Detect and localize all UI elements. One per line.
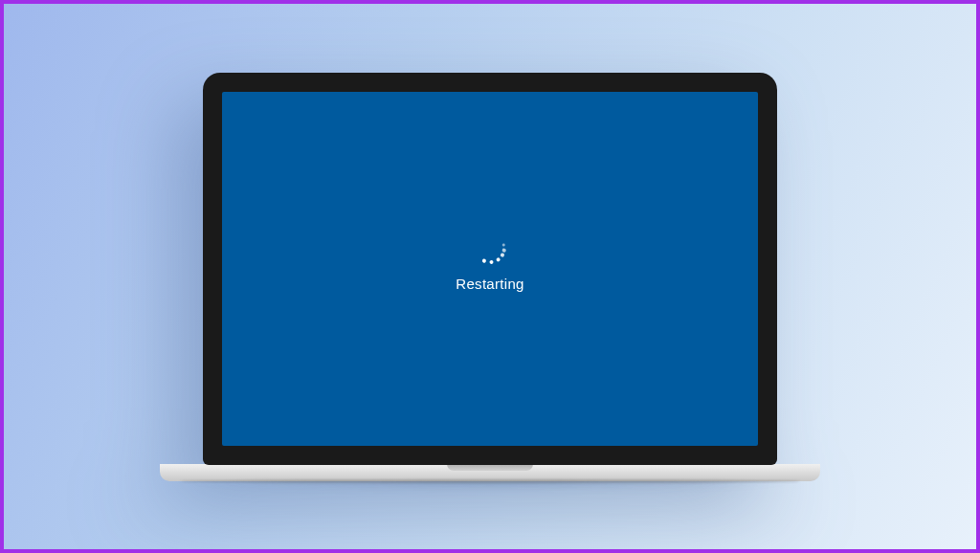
laptop-lid: Restarting xyxy=(203,73,777,465)
loading-spinner-icon xyxy=(474,232,506,264)
os-restart-screen: Restarting xyxy=(222,92,758,446)
restart-status-text: Restarting xyxy=(456,276,523,292)
laptop-base xyxy=(160,464,820,481)
laptop-mockup: Restarting xyxy=(160,73,820,481)
